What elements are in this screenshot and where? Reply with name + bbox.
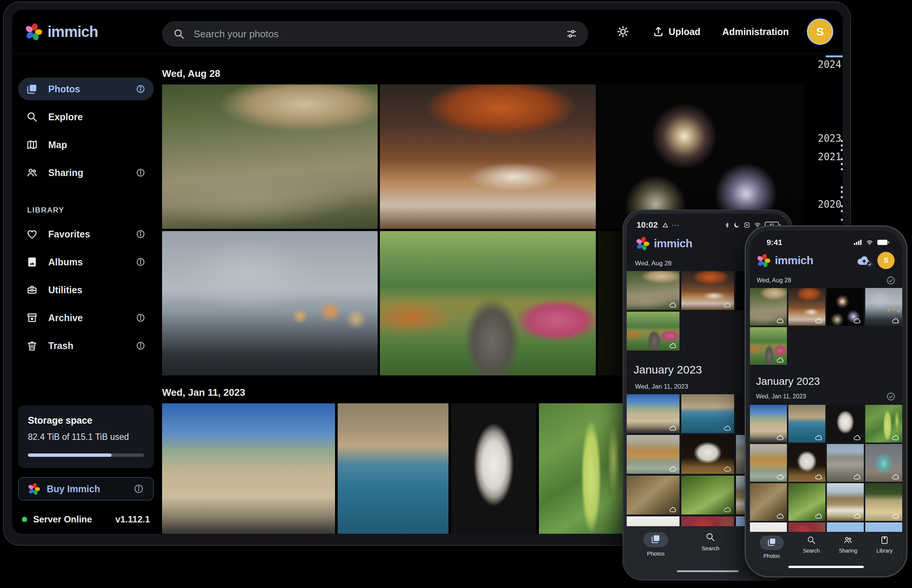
- search-placeholder: Search your photos: [194, 28, 557, 40]
- sidebar-item-explore[interactable]: Explore: [18, 105, 154, 128]
- thumb-coastal-fort[interactable]: [788, 405, 825, 443]
- thumb-coastal-fort[interactable]: [681, 394, 734, 433]
- thumb-autumn-path[interactable]: [750, 327, 787, 365]
- sidebar-item-map[interactable]: Map: [18, 133, 154, 156]
- search-filter-icon[interactable]: [566, 28, 577, 40]
- user-avatar[interactable]: S: [807, 18, 833, 45]
- buy-immich-button[interactable]: Buy Immich: [18, 477, 154, 501]
- photo-zoo-monkeys[interactable]: [162, 84, 378, 229]
- sidebar-item-albums[interactable]: Albums: [18, 250, 154, 273]
- thumb-fortress[interactable]: [750, 405, 787, 443]
- user-avatar[interactable]: S: [877, 252, 895, 269]
- thumb-ruined-wall[interactable]: [827, 444, 864, 482]
- trash-icon: [26, 340, 38, 351]
- sidebar: Photos Explore: [12, 53, 160, 534]
- thumb-zoo[interactable]: [627, 271, 680, 310]
- thumb-sculpture[interactable]: [681, 435, 734, 474]
- sidebar-item-archive[interactable]: Archive: [18, 307, 154, 329]
- search-bar[interactable]: Search your photos: [162, 21, 588, 47]
- timeline-tick: [841, 186, 843, 189]
- thumb-fortress[interactable]: [627, 394, 680, 433]
- thumb-lizard-moss[interactable]: [681, 476, 734, 515]
- select-all-check-icon[interactable]: [886, 276, 896, 285]
- timeline-tick: [841, 210, 843, 212]
- thumb-beach-cliff[interactable]: [627, 435, 680, 474]
- thumb-wooden-church[interactable]: [827, 483, 864, 521]
- sidebar-item-utilities[interactable]: Utilities: [18, 279, 154, 301]
- photo-fortress-walls[interactable]: [162, 403, 335, 534]
- thumb-lizard-moss[interactable]: [788, 483, 825, 521]
- thumb-alpine-village[interactable]: [865, 483, 902, 521]
- thumb-zoo[interactable]: [750, 288, 787, 326]
- server-status-label: Server Online: [33, 514, 115, 525]
- thumb-sculpture[interactable]: [788, 444, 825, 482]
- brand-wordmark: immich: [47, 23, 98, 40]
- sidebar-item-favorites[interactable]: Favorites: [18, 223, 154, 246]
- nav-label: Sharing: [839, 548, 857, 554]
- thumb-autumn-path[interactable]: [627, 312, 680, 351]
- ios-photo-grid-aug: [750, 288, 902, 365]
- thumb-lizard[interactable]: [627, 476, 680, 515]
- home-indicator: [677, 570, 739, 572]
- info-icon[interactable]: [136, 229, 145, 239]
- nav-item-photos[interactable]: Photos: [643, 532, 668, 557]
- date-label: Wed, Jan 11, 2023: [635, 383, 688, 391]
- timeline-year-2024[interactable]: 2024: [818, 59, 841, 70]
- photo-holding-hands[interactable]: [162, 231, 378, 375]
- timeline-year-2023[interactable]: 2023: [818, 132, 841, 144]
- info-icon[interactable]: [136, 313, 145, 323]
- info-icon[interactable]: [136, 257, 145, 267]
- explore-icon: [26, 111, 38, 123]
- map-icon: [26, 139, 38, 150]
- sidebar-item-trash[interactable]: Trash: [18, 334, 154, 357]
- sidebar-label: Trash: [48, 340, 136, 351]
- photo-autumn-park-path[interactable]: [380, 231, 596, 375]
- thumb-beach-cliff[interactable]: [750, 444, 787, 482]
- nav-item-sharing[interactable]: Sharing: [839, 536, 857, 554]
- thumb-ornate-centerpiece[interactable]: [865, 444, 902, 482]
- thumb-fireworks[interactable]: [827, 288, 864, 326]
- storage-title: Storage space: [28, 415, 144, 426]
- backup-cloud-icon[interactable]: [856, 254, 872, 267]
- nav-item-search[interactable]: Search: [803, 536, 820, 554]
- thumb-green-berries[interactable]: [865, 405, 902, 443]
- sidebar-label: Archive: [48, 312, 136, 323]
- photo-dinner-table[interactable]: [380, 84, 596, 229]
- timeline-scroll-indicator[interactable]: [826, 55, 843, 57]
- immich-logo[interactable]: immich: [25, 10, 98, 53]
- thumb-holding-hands[interactable]: [865, 288, 902, 326]
- info-icon[interactable]: [136, 168, 145, 178]
- theme-toggle-button[interactable]: [617, 25, 630, 38]
- timeline-year-2021[interactable]: 2021: [818, 151, 841, 162]
- photo-coastal-fort[interactable]: [338, 403, 449, 534]
- administration-link[interactable]: Administration: [722, 26, 789, 37]
- thumb-dinner[interactable]: [681, 271, 734, 310]
- timeline-year-2020[interactable]: 2020: [818, 199, 841, 210]
- sidebar-item-sharing[interactable]: Sharing: [18, 162, 154, 184]
- info-icon[interactable]: [136, 341, 145, 351]
- immich-flower-icon: [757, 254, 770, 267]
- nav-item-photos[interactable]: Photos: [760, 536, 784, 559]
- photo-green-berries[interactable]: [539, 403, 626, 534]
- select-all-check-icon[interactable]: [886, 392, 896, 401]
- info-icon[interactable]: [136, 84, 145, 94]
- brand-wordmark: immich: [654, 237, 692, 250]
- photos-icon: [26, 83, 38, 95]
- sidebar-item-photos[interactable]: Photos: [18, 78, 154, 100]
- top-bar: immich Search your photos: [12, 10, 843, 53]
- nav-label: Search: [701, 545, 720, 551]
- page: Wed, Aug 28 Wed, Jan 11, 2023 2024 2023 …: [0, 0, 912, 588]
- thumb-marble-bust[interactable]: [827, 405, 864, 443]
- thumb-lizard[interactable]: [750, 483, 787, 521]
- timeline-tick: [841, 144, 843, 147]
- photo-marble-bust[interactable]: [451, 403, 536, 534]
- info-icon[interactable]: [133, 484, 144, 494]
- photo-fireworks[interactable]: [598, 84, 804, 229]
- nav-item-search[interactable]: Search: [701, 532, 720, 551]
- thumb-dinner[interactable]: [788, 288, 825, 326]
- ios-app-header: immich S: [750, 248, 902, 273]
- iphone-frame: 9:41: [745, 225, 907, 577]
- nav-item-library[interactable]: Library: [876, 536, 893, 554]
- date-header-jan11: Wed, Jan 11, 2023: [162, 387, 245, 398]
- upload-button[interactable]: Upload: [653, 26, 701, 37]
